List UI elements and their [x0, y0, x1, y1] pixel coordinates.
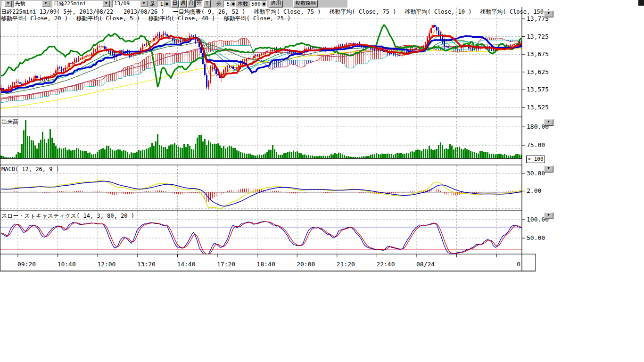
down-arrow-icon: ▼	[547, 120, 549, 123]
spinner-arrows-icon[interactable]	[231, 1, 235, 7]
multi-symbol-button[interactable]: 複数銘柄	[293, 0, 318, 8]
macd-scale-button[interactable]: ▼	[544, 165, 553, 173]
svg-text:21:20: 21:20	[337, 261, 355, 268]
svg-text:0: 0	[517, 261, 520, 268]
chevron-down-icon[interactable]: ▼	[140, 0, 148, 7]
volume-multiplier-badge: × 100	[526, 156, 545, 163]
svg-text:20:00: 20:00	[297, 261, 315, 268]
window-corner-box	[638, 0, 644, 6]
stoch-scale-button[interactable]: ▼	[544, 212, 553, 219]
macd-pane-title: MACD( 12, 26, 9 )	[1, 166, 59, 173]
bars-count-stepper[interactable]: 500	[250, 0, 267, 8]
svg-text:09:20: 09:20	[17, 261, 36, 268]
svg-text:13,725: 13,725	[527, 33, 549, 40]
bars-count-label: 本数	[238, 0, 248, 8]
spinner-arrows-icon[interactable]	[164, 1, 169, 7]
chevron-down-icon[interactable]: ▼	[4, 0, 12, 7]
price-scale-button[interactable]: ▼	[544, 10, 553, 17]
svg-text:12:00: 12:00	[97, 261, 116, 268]
bars-count-stepper-value: 500	[250, 1, 262, 7]
svg-text:13,525: 13,525	[527, 104, 549, 111]
legend-row-2: 移動平均( Close, 20 )移動平均( Close, 5 )移動平均( C…	[1, 15, 299, 23]
legend-ma10: 移動平均( Close, 10 )	[405, 8, 471, 15]
period-minute-button[interactable]: 分	[195, 0, 203, 8]
interval-stepper-value: 1	[157, 1, 164, 7]
svg-text:13,675: 13,675	[527, 50, 549, 58]
svg-text:18:40: 18:40	[257, 261, 275, 268]
svg-text:2.00: 2.00	[527, 187, 541, 194]
stoch-pane-title: スロー・ストキャスティクス( 14, 3, 80, 20 )	[1, 212, 134, 220]
volume-scale-button[interactable]: ▼	[544, 119, 553, 126]
legend-ma75: 移動平均( Close, 75 )	[254, 8, 321, 15]
down-arrow-icon: ▼	[547, 11, 549, 15]
legend-ma40: 移動平均( Close, 40 )	[149, 15, 215, 22]
chevron-down-icon[interactable]: ▼	[42, 0, 50, 7]
svg-text:13:20: 13:20	[137, 261, 156, 268]
svg-text:17:20: 17:20	[217, 261, 235, 268]
minute-label: 分	[216, 0, 222, 8]
period-tick-button[interactable]: T	[203, 0, 211, 8]
contract-month-combo[interactable]: 13/09 ▼	[112, 0, 148, 8]
svg-text:50.00: 50.00	[527, 234, 545, 241]
interval-stepper[interactable]: 1	[157, 0, 169, 8]
svg-text:14:40: 14:40	[177, 261, 195, 268]
legend-ma75b: 移動平均( Close, 75 )	[330, 8, 396, 15]
chevron-down-icon[interactable]: ▼	[102, 0, 110, 7]
preset-combo[interactable]: ▼	[1, 0, 11, 8]
toolbar: ▼ 先物 ▼ 日経225mini ▼ 13/09 ▼ 足 1 日 週 月 分 T…	[0, 0, 347, 8]
svg-text:10:40: 10:40	[58, 261, 76, 268]
spinner-arrows-icon[interactable]	[262, 1, 266, 7]
svg-text:13,625: 13,625	[527, 68, 549, 75]
down-arrow-icon: ▼	[547, 213, 549, 217]
period-month-button[interactable]: 月	[187, 0, 195, 8]
symbol-combo[interactable]: 日経225mini ▼	[52, 0, 110, 8]
legend-symbol: 日経225mini 13/09( 5分, 2013/08/22 - 2013/0…	[1, 8, 165, 15]
period-week-button[interactable]: 週	[179, 0, 187, 8]
svg-text:08/24: 08/24	[416, 261, 435, 268]
period-button-group: 日 週 月 分 T	[171, 0, 211, 8]
category-combo-value: 先物	[14, 1, 42, 7]
apply-button[interactable]: 適用	[269, 0, 283, 8]
minute-stepper-value: 5	[224, 1, 231, 7]
period-day-button[interactable]: 日	[171, 0, 179, 8]
minute-stepper[interactable]: 5	[223, 0, 236, 8]
contract-month-combo-value: 13/09	[113, 1, 140, 7]
legend-ma150: 移動平均( Close, 150 )	[480, 8, 550, 15]
category-combo[interactable]: 先物 ▼	[13, 0, 50, 8]
volume-pane-title: 出来高	[1, 118, 18, 126]
legend-ma5: 移動平均( Close, 5 )	[76, 15, 140, 22]
svg-text:75.00: 75.00	[527, 141, 545, 148]
svg-text:13,575: 13,575	[527, 86, 549, 93]
legend-ichimoku: 一目均衡表( 9, 26, 52 )	[173, 8, 246, 15]
legend-ma20: 移動平均( Close, 20 )	[1, 15, 68, 22]
svg-text:30.00: 30.00	[527, 170, 545, 177]
bar-type-label: 足	[150, 0, 155, 8]
symbol-combo-value: 日経225mini	[52, 1, 102, 7]
legend-ma25: 移動平均( Close, 25 )	[224, 15, 291, 22]
trading-app-window: ▼ 先物 ▼ 日経225mini ▼ 13/09 ▼ 足 1 日 週 月 分 T…	[0, 0, 644, 362]
svg-text:22:40: 22:40	[376, 261, 395, 268]
chart-canvas[interactable]: 13,77513,72513,67513,62513,57513,525180.…	[0, 0, 644, 272]
down-arrow-icon: ▼	[547, 166, 549, 170]
